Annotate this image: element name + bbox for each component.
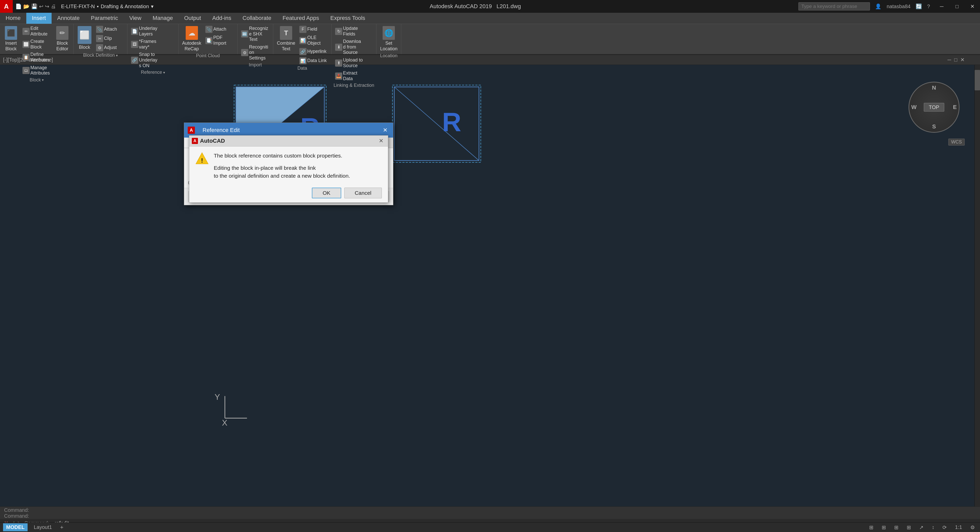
redo-icon[interactable]: ↪ [45,3,49,10]
update-fields-icon: ↻ [335,28,342,35]
create-block-icon: ⬜ [22,41,30,48]
tab-output[interactable]: Output [178,13,207,24]
tab-collaborate[interactable]: Collaborate [237,13,277,24]
block-group-dropdown[interactable]: ▾ [42,78,44,82]
workspace-dropdown[interactable]: ▾ [151,3,153,10]
maximize-button[interactable]: □ [949,0,965,13]
ribbon-group-reference: 📄 Underlay Layers 🖼 *Frames vary* 🔗 Snap… [127,24,178,54]
frames-vary-label: *Frames vary* [139,39,159,50]
status-transparency-icon[interactable]: ⟳ [940,524,949,530]
open-icon[interactable]: 📂 [23,3,30,10]
data-link-button[interactable]: 📊 Data Link [298,56,329,65]
autocad-dialog-title: AutoCAD [200,138,225,144]
status-settings-icon[interactable]: ⚙ [968,524,977,530]
recognize-shx-icon: 🔤 [241,30,248,38]
upload-source-button[interactable]: ⬆ Upload to Source [334,57,365,69]
reference-group-label[interactable]: Reference ▾ [129,69,176,76]
viewport-close-icon[interactable]: ✕ [960,57,965,63]
viewport-maximize-icon[interactable]: □ [954,57,957,63]
autocad-dialog-close[interactable]: ✕ [377,137,385,145]
status-osnap-icon[interactable]: ↗ [917,524,926,530]
tab-express-tools[interactable]: Express Tools [325,13,371,24]
command-label-1: Command: [4,507,42,513]
set-location-button[interactable]: 🌐 SetLocation [379,25,399,52]
tab-featured-apps[interactable]: Featured Apps [277,13,325,24]
frames-vary-button[interactable]: 🖼 *Frames vary* [129,38,161,51]
reference-dropdown[interactable]: ▾ [163,70,165,75]
recognize-shx-button[interactable]: 🔤 Recognize SHX Text [240,25,271,43]
status-layout1-tab[interactable]: Layout1 [32,524,54,530]
pdf-import-button[interactable]: 📑 PDF Import [204,34,235,47]
minimize-button[interactable]: ─ [934,0,949,13]
new-icon[interactable]: 📄 [15,3,22,10]
status-lineweight-icon[interactable]: ↕ [930,524,936,530]
close-button[interactable]: ✕ [965,0,980,13]
autocad-ok-button[interactable]: OK [312,187,341,199]
plot-icon[interactable]: 🖨 [51,3,56,10]
help-icon[interactable]: ? [927,3,930,10]
ribbon-panel: ⬛ InsertBlock ✏ Edit Attribute ⬜ Create … [0,24,980,55]
manage-attributes-icon: 🗂 [22,67,30,74]
snap-underlays-icon: 🔗 [131,57,138,64]
field-button[interactable]: F Field [298,25,329,34]
autocad-recap-button[interactable]: ☁ AutodeskReCap [181,25,203,52]
tab-insert[interactable]: Insert [26,13,52,24]
update-fields-button[interactable]: ↻ Update Fields [334,25,365,38]
ref-edit-title: Reference Edit [199,125,243,135]
sync-icon[interactable]: 🔄 [916,3,922,10]
autocad-cancel-button[interactable]: Cancel [344,187,382,199]
tab-annotate[interactable]: Annotate [52,13,85,24]
recognition-settings-button[interactable]: ⚙ Recognition Settings [240,44,271,62]
adjust-button[interactable]: ⚙ Adjust [94,43,125,52]
attach-pc-button[interactable]: 📎 Attach [204,25,235,34]
save-icon[interactable]: 💾 [31,3,38,10]
tab-manage[interactable]: Manage [147,13,178,24]
status-ortho-icon[interactable]: ⊞ [892,524,900,530]
insert-block-icon: ⬛ [5,26,17,40]
combine-text-label: CombineText [277,41,295,52]
block-group-label[interactable]: Block ▾ [2,77,71,83]
block-def-group-label[interactable]: Block Definition ▾ [76,52,125,59]
status-model-tab[interactable]: MODEL [3,523,28,531]
right-scrollbar[interactable] [974,65,980,507]
compass-view-label[interactable]: TOP [924,103,944,111]
create-block-button[interactable]: ⬜ Create Block [21,38,52,51]
combine-text-button[interactable]: T CombineText [275,25,297,52]
tab-home[interactable]: Home [0,13,26,24]
status-snap-icon[interactable]: ⊞ [880,524,888,530]
block-def-button[interactable]: ⬜ Block [76,25,94,51]
define-attributes-label: Define Attributes [30,52,51,63]
tab-parametric[interactable]: Parametric [85,13,124,24]
underlay-layers-button[interactable]: 📄 Underlay Layers [129,25,161,38]
insert-block-button[interactable]: ⬛ InsertBlock [2,25,20,52]
clip-button[interactable]: ✂ Clip [94,34,125,43]
ribbon-group-data: T CombineText F Field 📊 OLE Object 🔗 Hyp… [273,24,331,54]
autocad-dialog-titlebar: A AutoCAD ✕ [189,135,388,146]
location-items: 🌐 SetLocation [379,25,399,52]
ref-edit-close-button[interactable]: ✕ [381,126,390,134]
undo-icon[interactable]: ↩ [39,3,43,10]
block-def-dropdown[interactable]: ▾ [116,53,118,57]
status-polar-icon[interactable]: ⊞ [905,524,913,530]
status-add-tab[interactable]: + [58,524,65,531]
scrollbar-thumb[interactable] [975,70,980,91]
snap-underlays-button[interactable]: 🔗 Snap to Underlays ON [129,51,161,69]
import-small: 🔤 Recognize SHX Text ⚙ Recognition Setti… [240,25,271,62]
tab-view[interactable]: View [124,13,147,24]
hyperlink-button[interactable]: 🔗 Hyperlink [298,47,329,56]
define-attributes-button[interactable]: 📋 Define Attributes [21,51,52,64]
viewport-minimize-icon[interactable]: ─ [948,57,951,63]
linking-small: ↻ Update Fields ⬇ Download from Source ⬆… [334,25,365,82]
attach-button[interactable]: 📎 Attach [94,25,125,34]
status-grid-icon[interactable]: ⊞ [867,524,875,530]
manage-attributes-button[interactable]: 🗂 Manage Attributes [21,64,52,77]
search-input[interactable] [799,2,870,11]
dialog-app-icon: A [188,127,195,134]
tab-addins[interactable]: Add-ins [207,13,237,24]
edit-attribute-button[interactable]: ✏ Edit Attribute [21,25,52,38]
ole-object-button[interactable]: 📊 OLE Object [298,34,329,47]
status-scale-display[interactable]: 1:1 [953,524,964,530]
block-editor-button[interactable]: ✏ BlockEditor [53,25,71,52]
download-source-button[interactable]: ⬇ Download from Source [334,38,365,56]
extract-data-button[interactable]: 📤 Extract Data [334,70,365,82]
